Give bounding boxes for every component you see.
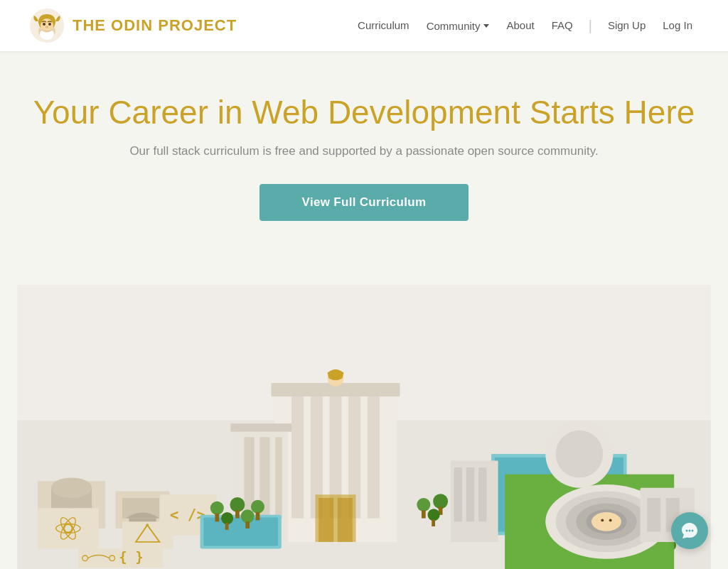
nav-link-about[interactable]: About — [499, 15, 541, 36]
chat-icon — [680, 521, 699, 540]
svg-rect-90 — [454, 467, 462, 521]
nav-divider: | — [583, 18, 598, 34]
svg-point-80 — [609, 519, 612, 522]
svg-point-78 — [592, 512, 621, 531]
nav-item-signup[interactable]: Sign Up — [601, 19, 653, 32]
svg-rect-36 — [338, 498, 353, 542]
nav-link-curriculum[interactable]: Curriculum — [350, 15, 417, 36]
svg-rect-31 — [368, 396, 380, 518]
svg-point-6 — [46, 26, 48, 28]
svg-rect-49 — [235, 510, 240, 518]
svg-point-23 — [146, 524, 149, 526]
hero-illustration: < /> — [0, 285, 728, 569]
hero-subtitle: Our full stack curriculum is free and su… — [14, 144, 714, 158]
svg-text:{  }: { } — [119, 549, 143, 565]
svg-point-54 — [241, 509, 255, 523]
svg-point-46 — [210, 502, 224, 515]
svg-point-98 — [692, 530, 694, 532]
nav-link-community[interactable]: Community — [419, 16, 497, 36]
svg-rect-57 — [422, 510, 426, 518]
svg-rect-55 — [245, 521, 250, 529]
svg-rect-61 — [432, 519, 435, 526]
navbar: THE ODIN PROJECT Curriculum Community Ab… — [0, 0, 728, 51]
brand-name: THE ODIN PROJECT — [73, 16, 237, 35]
svg-point-48 — [230, 497, 245, 512]
nav-item-curriculum[interactable]: Curriculum — [350, 19, 417, 32]
chevron-down-icon — [483, 24, 489, 28]
nav-link-faq[interactable]: FAQ — [545, 15, 580, 36]
hero-section: Your Career in Web Development Starts He… — [0, 51, 728, 242]
svg-rect-16 — [38, 508, 99, 548]
svg-rect-82 — [556, 430, 604, 478]
chat-widget[interactable] — [671, 512, 708, 549]
logo-area[interactable]: THE ODIN PROJECT — [28, 7, 237, 44]
svg-rect-92 — [478, 467, 486, 521]
nav-links: Curriculum Community About FAQ | Sign Up… — [350, 16, 700, 36]
svg-point-11 — [51, 477, 92, 498]
svg-rect-51 — [256, 512, 260, 520]
svg-point-97 — [689, 530, 691, 532]
svg-rect-94 — [647, 498, 660, 532]
nav-item-faq[interactable]: FAQ — [545, 19, 580, 32]
nav-link-login[interactable]: Log In — [655, 15, 700, 36]
svg-rect-40 — [275, 437, 282, 518]
svg-point-52 — [221, 512, 233, 524]
nav-item-login[interactable]: Log In — [655, 19, 700, 32]
svg-point-79 — [601, 519, 604, 522]
nav-link-signup[interactable]: Sign Up — [601, 15, 653, 36]
cta-button[interactable]: View Full Curriculum — [259, 184, 469, 221]
svg-point-50 — [251, 500, 264, 514]
nav-item-community[interactable]: Community — [419, 16, 497, 36]
svg-rect-85 — [78, 548, 119, 568]
svg-point-5 — [48, 23, 51, 26]
svg-point-58 — [433, 494, 448, 509]
svg-rect-47 — [215, 514, 219, 521]
svg-point-60 — [428, 509, 440, 521]
svg-rect-41 — [230, 423, 291, 431]
svg-point-56 — [417, 498, 430, 511]
svg-rect-27 — [291, 396, 304, 518]
svg-point-96 — [686, 530, 688, 532]
hero-title: Your Career in Web Development Starts He… — [14, 94, 714, 131]
svg-rect-53 — [225, 523, 229, 530]
svg-rect-35 — [318, 498, 333, 542]
odin-logo-icon — [28, 7, 65, 44]
isometric-city-svg: < /> — [0, 285, 728, 569]
svg-point-4 — [43, 23, 46, 26]
svg-rect-91 — [466, 467, 474, 521]
svg-rect-43 — [203, 518, 278, 546]
nav-item-about[interactable]: About — [499, 19, 541, 32]
